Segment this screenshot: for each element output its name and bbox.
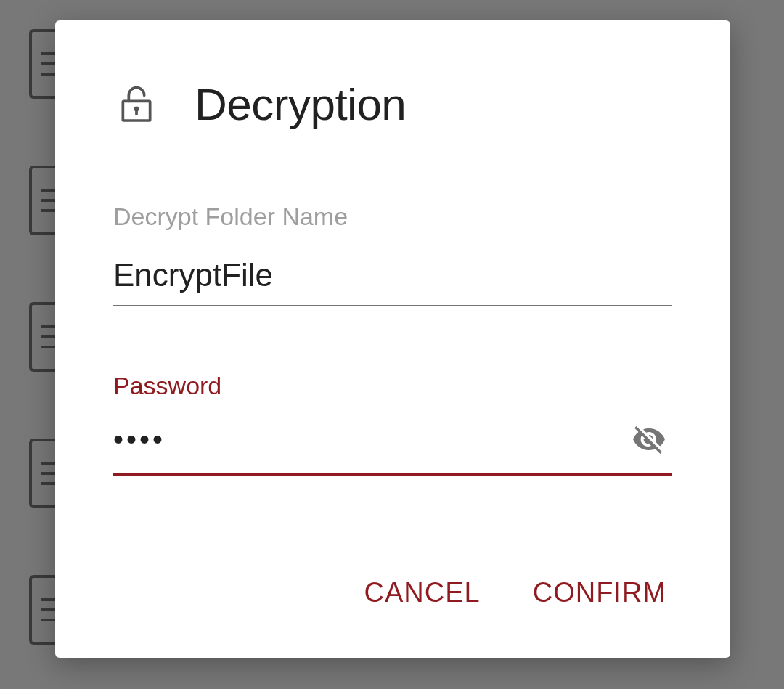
dialog-actions: CANCEL CONFIRM bbox=[113, 571, 672, 614]
password-input[interactable]: •••• bbox=[113, 420, 626, 458]
confirm-button[interactable]: CONFIRM bbox=[533, 571, 666, 614]
folder-name-field-group: Decrypt Folder Name bbox=[113, 203, 672, 306]
unlock-icon bbox=[113, 80, 160, 129]
password-label: Password bbox=[113, 372, 672, 400]
cancel-button[interactable]: CANCEL bbox=[364, 571, 481, 614]
folder-name-input[interactable] bbox=[113, 251, 672, 306]
visibility-off-icon[interactable] bbox=[626, 422, 672, 457]
decryption-dialog: Decryption Decrypt Folder Name Password … bbox=[55, 20, 730, 658]
folder-name-label: Decrypt Folder Name bbox=[113, 203, 672, 231]
dialog-header: Decryption bbox=[113, 78, 672, 130]
password-field-group: Password •••• bbox=[113, 372, 672, 476]
dialog-title: Decryption bbox=[195, 78, 406, 130]
